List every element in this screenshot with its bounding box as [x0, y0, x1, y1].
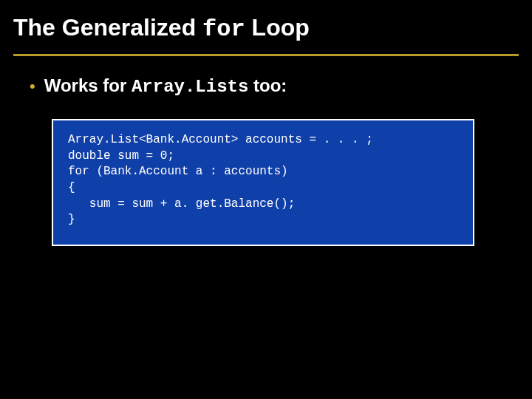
code-box: Array.List<Bank.Account> accounts = . . …	[52, 119, 474, 246]
title-prefix: The Generalized	[13, 14, 202, 41]
title-suffix: Loop	[245, 14, 310, 41]
bullet-dot-icon: •	[30, 78, 35, 95]
bullet-prefix: Works for	[44, 75, 132, 95]
bullet-mono: Array.Lists	[132, 77, 248, 97]
title-area: The Generalized for Loop	[0, 0, 532, 47]
title-mono: for	[202, 16, 245, 43]
bullet-text: Works for Array.Lists too:	[44, 75, 287, 97]
slide-body: • Works for Array.Lists too: Array.List<…	[0, 56, 532, 246]
slide-title: The Generalized for Loop	[13, 15, 519, 42]
bullet-item: • Works for Array.Lists too:	[30, 75, 519, 97]
slide: The Generalized for Loop • Works for Arr…	[0, 0, 532, 399]
code-snippet: Array.List<Bank.Account> accounts = . . …	[68, 132, 458, 228]
bullet-suffix: too:	[248, 75, 287, 95]
